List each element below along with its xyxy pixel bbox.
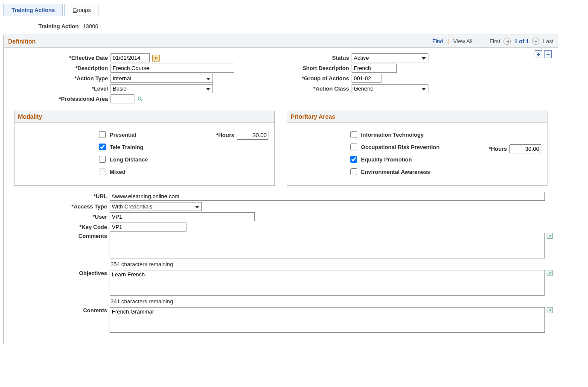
access-type-label: *Access Type <box>14 203 107 210</box>
effective-date-label: *Effective Date <box>10 55 108 61</box>
modality-body: Presential Tele Training Long Distance M… <box>15 123 274 185</box>
svg-point-0 <box>138 97 141 100</box>
presential-label: Presential <box>110 132 136 138</box>
row-add-delete: + − <box>535 50 552 58</box>
level-select[interactable]: Basic <box>111 84 213 93</box>
env-checkbox[interactable] <box>350 168 357 175</box>
modality-hours-label: *Hours <box>216 132 234 138</box>
definition-panel: Definition Find | View All First ◄ 1 of … <box>3 35 558 344</box>
prioritary-hours-label: *Hours <box>489 146 507 152</box>
long-distance-label: Long Distance <box>110 156 148 163</box>
action-class-label: *Action Class <box>294 85 349 92</box>
it-checkbox[interactable] <box>350 131 357 138</box>
prioritary-areas-body: Information Technology Occupational Risk… <box>287 123 547 185</box>
presential-checkbox[interactable] <box>99 131 106 138</box>
next-button[interactable]: ► <box>532 38 539 45</box>
definition-header: Definition Find | View All First ◄ 1 of … <box>4 35 558 48</box>
definition-title: Definition <box>8 38 36 45</box>
nav-separator: | <box>447 38 448 44</box>
mixed-checkbox <box>99 168 106 175</box>
risk-label: Occupational Risk Prevention <box>361 144 440 150</box>
expand-icon[interactable]: ↗ <box>547 307 553 313</box>
action-type-select[interactable]: Internal <box>111 74 213 83</box>
contents-textarea[interactable] <box>110 307 545 333</box>
first-label[interactable]: First <box>489 38 500 44</box>
view-all-link[interactable]: View All <box>453 38 472 44</box>
modality-panel: Modality Presential Tele Training Long D… <box>14 111 275 186</box>
prioritary-hours-input[interactable] <box>509 144 541 153</box>
tab-groups-rest: roups <box>77 7 91 13</box>
calendar-icon[interactable]: 31 <box>152 55 160 62</box>
page-header: Training Action 13000 <box>38 23 585 29</box>
equality-checkbox[interactable] <box>350 156 357 163</box>
risk-checkbox[interactable] <box>350 144 357 150</box>
key-code-input[interactable] <box>110 223 186 232</box>
expand-icon[interactable]: ↗ <box>547 270 553 276</box>
find-link[interactable]: Find <box>432 38 443 44</box>
modality-title: Modality <box>15 111 274 123</box>
training-action-label: Training Action <box>38 23 79 29</box>
equality-label: Equality Promotion <box>361 156 412 163</box>
user-label: *User <box>14 214 107 220</box>
url-label: *URL <box>14 193 107 199</box>
status-label: Status <box>294 55 349 61</box>
description-label: *Description <box>10 65 108 71</box>
mixed-label: Mixed <box>110 169 125 175</box>
action-class-select[interactable]: Generic <box>352 84 428 93</box>
add-row-button[interactable]: + <box>535 50 542 58</box>
tele-training-label: Tele Training <box>110 144 143 150</box>
lookup-icon[interactable] <box>137 96 144 103</box>
modality-hours-input[interactable] <box>237 131 268 140</box>
contents-label: Contents <box>14 307 107 314</box>
env-label: Environmental Awareness <box>361 169 430 175</box>
prioritary-areas-panel: Prioritary Areas Information Technology … <box>287 111 547 186</box>
it-label: Information Technology <box>361 132 424 138</box>
effective-date-input[interactable] <box>111 53 150 62</box>
long-distance-checkbox[interactable] <box>99 156 106 163</box>
training-action-value: 13000 <box>83 23 98 29</box>
tele-training-checkbox[interactable] <box>99 144 106 150</box>
delete-row-button[interactable]: − <box>544 50 552 58</box>
level-label: *Level <box>10 85 108 92</box>
key-code-label: *Key Code <box>14 224 107 230</box>
access-type-select[interactable]: With Credentials <box>110 202 202 211</box>
definition-body: + − *Effective Date 31 *Description *Act… <box>4 48 558 344</box>
tab-training-actions[interactable]: Training Actions <box>3 4 63 16</box>
status-select[interactable]: Active <box>352 53 428 62</box>
row-navigator: Find | View All First ◄ 1 of 1 ► Last <box>432 38 553 45</box>
short-description-input[interactable] <box>352 64 397 73</box>
tab-strip: Training Actions Groups <box>3 3 440 16</box>
prev-button[interactable]: ◄ <box>504 38 511 45</box>
url-input[interactable] <box>110 192 545 201</box>
professional-area-input[interactable] <box>111 94 134 103</box>
description-input[interactable] <box>111 64 234 73</box>
action-type-label: *Action Type <box>10 75 108 82</box>
expand-icon[interactable]: ↗ <box>547 233 553 239</box>
last-label[interactable]: Last <box>543 38 553 44</box>
user-input[interactable] <box>110 212 255 221</box>
prioritary-areas-title: Prioritary Areas <box>287 111 547 123</box>
comments-label: Comments <box>14 233 107 239</box>
objectives-textarea[interactable] <box>110 270 545 296</box>
group-of-actions-input[interactable] <box>352 74 381 83</box>
comments-textarea[interactable] <box>110 233 545 258</box>
short-description-label: Short Description <box>294 65 349 71</box>
group-of-actions-label: *Group of Actions <box>294 75 349 82</box>
comments-remaining: 254 characters remaining <box>111 261 547 267</box>
pager-text: 1 of 1 <box>514 38 529 44</box>
professional-area-label: *Professional Area <box>10 96 108 102</box>
tab-groups-mnemonic: G <box>73 7 77 13</box>
tab-groups[interactable]: Groups <box>64 4 99 16</box>
objectives-remaining: 241 characters remaining <box>111 298 547 305</box>
objectives-label: Objectives <box>14 270 107 276</box>
svg-line-1 <box>141 99 143 101</box>
